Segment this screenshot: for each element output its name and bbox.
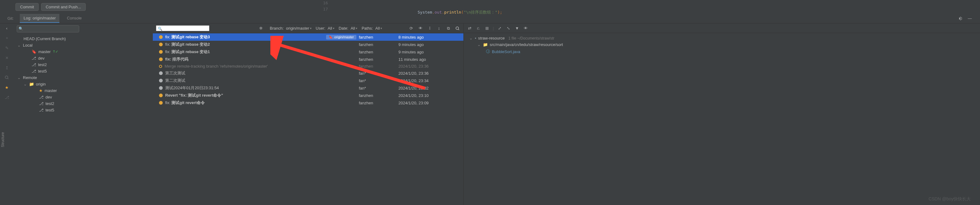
commit-message: fix: 排序代码 <box>165 57 356 62</box>
commit-author: fan* <box>359 86 396 90</box>
collapse-icon[interactable]: ⤡ <box>506 25 511 31</box>
commit-row[interactable]: fix: 测试git revert命令fanzhen2024/1/20, 23:… <box>153 99 463 107</box>
open-new-tab-icon[interactable]: ⧉ <box>445 26 451 31</box>
code-line: System.out.println("\n排序后数组："); <box>418 9 503 16</box>
chevron-down-icon: ▾ <box>356 27 357 30</box>
expand-left-icon[interactable]: ‹ <box>4 25 10 31</box>
cherry-pick-icon[interactable]: ⫱ <box>427 26 433 31</box>
graph-dot-icon <box>159 65 162 68</box>
head-branch-item[interactable]: HEAD (Current Branch) <box>14 36 153 42</box>
commit-message: fix: 测试git revert命令 <box>165 100 356 106</box>
tab-console[interactable]: Console <box>63 14 85 23</box>
diff-icon[interactable]: ⇄ <box>467 25 473 31</box>
chevron-down-icon: ⌄ <box>469 36 473 41</box>
chevron-down-icon: ▾ <box>380 27 382 30</box>
branches-panel: 🔍 HEAD (Current Branch) ⌄ Local 🔖 master… <box>14 24 153 205</box>
branch-local-master[interactable]: 🔖 master ⇡✓ <box>14 49 153 55</box>
filter-icon[interactable]: ▼ <box>514 25 520 31</box>
graph-dot-icon <box>159 50 163 54</box>
edit-icon[interactable]: ✎ <box>4 45 10 50</box>
branch-origin-master[interactable]: ★ master <box>14 87 153 94</box>
commit-author: fanzhen <box>359 64 396 69</box>
branch-local-test5[interactable]: ⎇ test5 <box>14 68 153 74</box>
folder-icon: 📁 <box>29 82 34 87</box>
commit-row[interactable]: fix: 测试git rebase 变动1fanzhen9 minutes ag… <box>153 48 463 55</box>
commit-date: 2024/1/20, 23:10 <box>398 93 460 98</box>
commit-row[interactable]: fix: 测试git rebase 变动3🔖origin/masterfanzh… <box>153 33 463 41</box>
commit-message: 第三次测试 <box>165 70 356 76</box>
chevron-down-icon: ⌄ <box>24 82 27 87</box>
intellisort-icon[interactable]: ↕ <box>436 26 442 31</box>
commit-row[interactable]: fix: 排序代码fanzhen11 minutes ago <box>153 55 463 63</box>
user-filter[interactable]: User: All▾ <box>316 26 334 31</box>
search-icon[interactable] <box>455 26 460 31</box>
gear-icon[interactable] <box>957 16 963 21</box>
commit-row[interactable]: Merge remote-tracking branch 'refs/remot… <box>153 63 463 69</box>
commit-button[interactable]: Commit <box>16 3 39 11</box>
commit-author: fanzhen <box>359 93 396 98</box>
chevron-down-icon: ⌄ <box>477 42 481 47</box>
svg-point-1 <box>456 27 459 29</box>
commit-author: fanzhen <box>359 42 396 47</box>
commit-row[interactable]: Revert "fix: 测试git revert命令"fanzhen2024/… <box>153 92 463 99</box>
branch-local-dev[interactable]: ⎇ dev <box>14 55 153 62</box>
commit-row[interactable]: 第二次测试fan*2024/1/20, 23:34 <box>153 77 463 84</box>
remote-origin-group[interactable]: ⌄ 📁 origin <box>14 81 153 87</box>
tab-log[interactable]: Log: origin/master <box>20 14 59 23</box>
branch-icon: ⎇ <box>39 108 44 112</box>
files-meta: 1 file ~/Documents/straw/str <box>509 36 554 41</box>
delete-icon[interactable]: ✕ <box>4 55 10 60</box>
log-search-input[interactable] <box>156 25 209 31</box>
search-icon: 🔍 <box>158 27 162 31</box>
commit-message: fix: 测试git rebase 变动1 <box>165 49 356 55</box>
minimize-icon[interactable]: — <box>967 16 972 21</box>
search-icon[interactable] <box>4 75 10 80</box>
commit-author: fan* <box>359 71 396 76</box>
date-filter[interactable]: Date: All▾ <box>339 26 357 31</box>
more-icon[interactable]: ⎇ <box>4 95 10 100</box>
preview-icon[interactable]: 👁 <box>523 25 528 31</box>
module-icon: ▪ <box>475 36 476 41</box>
arrow-up-icon[interactable]: ↥ <box>4 65 10 70</box>
commit-author: fanzhen <box>359 57 396 62</box>
commit-date: 2024/1/20, 23:36 <box>398 64 460 69</box>
search-icon: 🔍 <box>19 27 23 31</box>
refresh-icon[interactable]: ⟳ <box>408 26 414 31</box>
add-icon[interactable]: ＋ <box>4 35 10 41</box>
regex-icon[interactable]: ✲ <box>258 26 264 31</box>
commit-row[interactable]: fix: 测试git rebase 变动2fanzhen9 minutes ag… <box>153 41 463 48</box>
branch-icon: ⎇ <box>32 62 36 67</box>
commit-row[interactable]: 第三次测试fan*2024/1/20, 23:36 <box>153 69 463 77</box>
star-icon[interactable]: ★ <box>4 85 10 90</box>
branch-icon: ⎇ <box>39 95 44 99</box>
commit-message: 测试2024年01月20日23:31:54 <box>165 85 356 91</box>
line-number: 16 <box>315 0 328 6</box>
graph-dot-icon <box>159 35 163 39</box>
remote-branches-group[interactable]: ⌄ Remote <box>14 74 153 81</box>
files-package[interactable]: ⌄ 📁 src/main/java/cn/tedu/straw/resource… <box>465 41 979 48</box>
changed-files-panel: ⇄ ⎌ ⊞ | ⤢ ⤡ ▼ 👁 ⌄ ▪ straw-resource 1 fil… <box>463 24 980 205</box>
group-icon[interactable]: ⊞ <box>484 25 490 31</box>
branch-origin-dev[interactable]: ⎇ dev <box>14 94 153 100</box>
graph-dot-icon <box>159 93 163 97</box>
eye-icon[interactable]: 👁 <box>418 26 423 31</box>
changed-file[interactable]: Ⓙ BubbleSort.java <box>465 48 979 55</box>
expand-icon[interactable]: ⤢ <box>497 25 503 31</box>
revert-icon[interactable]: ⎌ <box>476 25 481 31</box>
tracking-badge: ⇡✓ <box>52 50 58 54</box>
files-root[interactable]: ⌄ ▪ straw-resource 1 file ~/Documents/st… <box>465 35 979 41</box>
branch-search-input[interactable] <box>17 25 79 32</box>
commit-date: 9 minutes ago <box>398 50 460 54</box>
branch-local-test2[interactable]: ⎇ test2 <box>14 62 153 68</box>
branch-origin-test2[interactable]: ⎇ test2 <box>14 100 153 107</box>
branch-origin-test5[interactable]: ⎇ test5 <box>14 107 153 113</box>
commit-row[interactable]: 测试2024年01月20日23:31:54fan*2024/1/20, 23:3… <box>153 84 463 92</box>
commit-date: 11 minutes ago <box>398 57 460 62</box>
paths-filter[interactable]: Paths: All▾ <box>362 26 382 31</box>
branch-filter[interactable]: Branch: origin/master▾ <box>270 26 312 31</box>
branch-icon: ⎇ <box>39 101 44 106</box>
local-branches-group[interactable]: ⌄ Local <box>14 42 153 49</box>
commit-push-button[interactable]: Commit and Push... <box>41 3 86 11</box>
commit-message: fix: 测试git rebase 变动3 <box>165 34 324 40</box>
structure-tool-window-tab[interactable]: Structure <box>0 130 6 150</box>
